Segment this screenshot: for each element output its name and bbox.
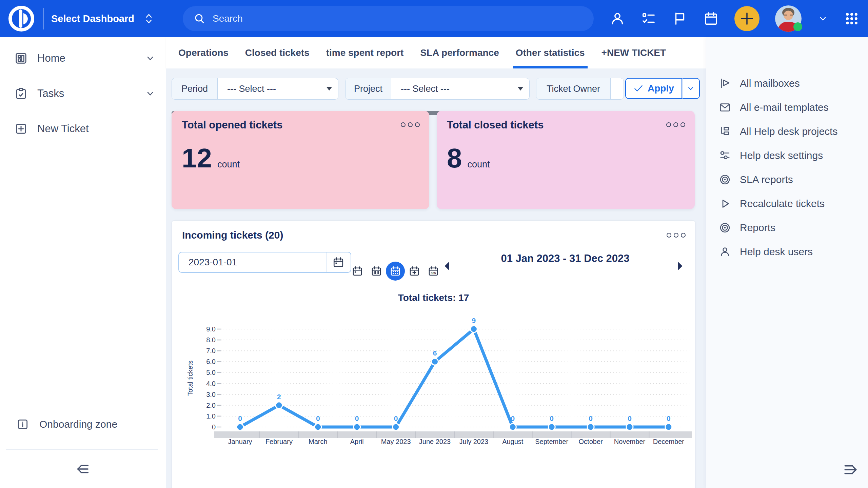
svg-text:1.0: 1.0 [206,412,216,420]
avatar[interactable] [775,5,802,32]
svg-text:0: 0 [394,414,398,422]
chevron-down-icon[interactable] [144,88,156,99]
right-item-help-desk-settings[interactable]: Help desk settings [706,143,868,167]
right-item-recalculate-tickets[interactable]: Recalculate tickets [706,191,868,216]
right-item-reports[interactable]: Reports [706,216,868,240]
date-picker[interactable] [178,252,351,273]
card-unit: count [468,159,490,170]
search-icon [193,12,206,25]
card-value: 8 [447,145,462,172]
calendar-icon[interactable] [332,256,344,268]
apply-dropdown-button[interactable] [682,78,700,99]
card-menu-icon[interactable] [401,122,420,127]
incoming-tickets-chart: 01.02.03.04.05.06.07.08.09.0Total ticket… [172,305,695,465]
right-item-help-desk-users[interactable]: Help desk users [706,240,868,264]
sidebar-item-tasks[interactable]: Tasks [0,76,166,111]
tab-time-spent-report[interactable]: time spent report [326,37,404,68]
svg-text:0: 0 [628,414,632,422]
svg-text:0: 0 [667,414,671,422]
chevron-down-icon[interactable] [817,13,829,24]
mailbox-flag-icon [719,77,731,89]
right-item-all-mailboxes[interactable]: All mailboxes [706,71,868,95]
tasks-checklist-icon[interactable] [641,11,656,26]
svg-text:November: November [614,438,646,445]
panel-title: Incoming tickets (20) [182,229,283,241]
svg-text:January: January [228,438,252,445]
right-item-label: Help desk settings [740,150,823,161]
chevron-down-icon[interactable] [144,53,156,64]
add-button[interactable] [734,6,760,31]
card-total-closed-tickets: Total closed tickets 8 count [437,111,695,209]
period-filter[interactable]: Period --- Select --- [172,78,338,100]
apps-grid-icon[interactable] [844,11,859,26]
apply-button[interactable]: Apply [625,78,682,99]
project-filter[interactable]: Project --- Select --- [345,78,530,100]
main-content: Period --- Select --- Project --- Select… [166,68,707,488]
right-item-sla-reports[interactable]: SLA reports [706,167,868,191]
dashboard-selector[interactable]: Select Dashboard [51,12,155,25]
svg-text:Total tickets: Total tickets [186,361,194,396]
calendar-icon[interactable] [703,11,719,26]
ticket-owner-label: Ticket Owner [536,78,611,99]
calendar-year-icon[interactable]: 365 [424,262,443,281]
collapse-sidebar-icon[interactable] [74,460,92,478]
svg-text:2: 2 [277,393,281,401]
svg-text:February: February [265,438,293,445]
date-input[interactable] [188,257,318,268]
tab-sla-performance[interactable]: SLA performance [420,37,499,68]
svg-text:4.0: 4.0 [206,380,216,387]
sidebar-item-onboarding-zone[interactable]: Onboarding zone [0,407,166,442]
user-icon[interactable] [610,11,625,26]
expand-sidebar-icon[interactable] [841,460,860,479]
period-select[interactable]: --- Select --- [218,78,338,99]
card-value: 12 [182,145,212,172]
ticket-owner-select[interactable] [611,78,624,99]
chart-total-label: Total tickets: 17 [172,292,695,303]
search-input[interactable] [212,13,569,24]
flag-icon[interactable] [672,11,688,26]
right-item-all-email-templates[interactable]: All e-mail templates [706,95,868,119]
panel-menu-icon[interactable] [667,233,686,238]
card-title: Total closed tickets [447,119,544,131]
envelope-icon [719,101,731,114]
left-sidebar: Home Tasks New Ticket Onboarding zone [0,37,166,488]
tab-operations[interactable]: Operations [178,37,229,68]
info-square-icon [16,418,29,431]
chevron-down-icon [686,84,695,93]
search-bar[interactable] [183,6,594,31]
next-period-icon[interactable] [675,260,685,272]
sidebar-item-home[interactable]: Home [0,41,166,76]
dropdown-triangle-icon [326,86,333,92]
svg-text:0: 0 [511,414,515,422]
project-select[interactable]: --- Select --- [391,78,529,99]
tab-new-ticket[interactable]: +NEW TICKET [601,37,666,68]
right-item-label: SLA reports [740,174,793,185]
calendar-day-icon[interactable] [348,262,367,281]
svg-text:0: 0 [212,423,216,431]
svg-text:365: 365 [431,271,436,275]
right-sidebar-footer [706,450,868,488]
ticket-owner-filter[interactable]: Ticket Owner [536,78,624,100]
svg-text:0: 0 [550,414,554,422]
calendar-custom-range-icon[interactable] [405,262,424,281]
onboarding-label: Onboarding zone [39,419,117,430]
svg-text:October: October [579,438,603,445]
app-logo-icon[interactable] [7,5,35,33]
calendar-week-icon[interactable] [367,262,386,281]
svg-text:6.0: 6.0 [206,358,216,365]
sort-chevrons-icon [143,12,155,25]
dropdown-triangle-icon [517,86,524,92]
project-label: Project [346,78,391,99]
svg-text:April: April [350,438,364,445]
card-menu-icon[interactable] [666,122,685,127]
svg-text:7.0: 7.0 [206,347,216,354]
tab-other-statistics[interactable]: Other statistics [516,37,585,68]
target-icon [719,174,731,186]
prev-period-icon[interactable] [442,260,452,272]
period-value: --- Select --- [227,84,276,94]
tab-closed-tickets[interactable]: Closed tickets [245,37,310,68]
sidebar-item-label: Tasks [37,87,64,100]
right-item-all-help-desk-projects[interactable]: All Help desk projects [706,119,868,143]
sidebar-item-new-ticket[interactable]: New Ticket [0,111,166,146]
calendar-month-icon[interactable] [386,262,405,281]
